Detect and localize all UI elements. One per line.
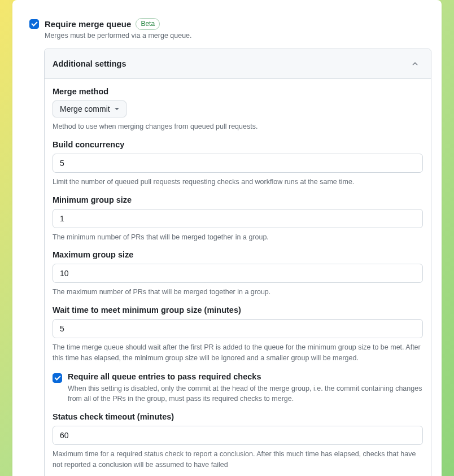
build-concurrency-field: Build concurrency Limit the number of qu…	[53, 140, 423, 187]
min-group-label: Minimum group size	[53, 195, 423, 204]
caret-down-icon	[115, 108, 119, 110]
require-checks-label: Require all queue entries to pass requir…	[68, 372, 261, 381]
status-timeout-label: Status check timeout (minutes)	[53, 412, 423, 421]
merge-method-field: Merge method Merge commit Method to use …	[53, 87, 423, 132]
require-checks-row: Require all queue entries to pass requir…	[53, 372, 423, 405]
merge-method-value: Merge commit	[60, 104, 110, 113]
merge-method-label: Merge method	[53, 87, 423, 96]
max-group-field: Maximum group size The maximum number of…	[53, 250, 423, 298]
build-concurrency-input[interactable]	[53, 154, 423, 173]
min-group-help: The minimum number of PRs that will be m…	[53, 232, 423, 243]
wait-time-field: Wait time to meet minimum group size (mi…	[53, 305, 423, 364]
require-merge-queue-row: Require merge queue Beta Merges must be …	[12, 0, 442, 45]
wait-time-input[interactable]	[53, 319, 423, 338]
build-concurrency-label: Build concurrency	[53, 140, 423, 149]
settings-card: Require merge queue Beta Merges must be …	[12, 0, 442, 476]
status-timeout-help: Maximum time for a required status check…	[53, 449, 423, 470]
require-checks-checkbox[interactable]	[53, 373, 62, 383]
build-concurrency-help: Limit the number of queued pull requests…	[53, 177, 423, 187]
chevron-up-icon	[411, 60, 419, 68]
require-merge-queue-checkbox[interactable]	[29, 19, 39, 29]
wait-time-help: The time merge queue should wait after t…	[53, 342, 423, 364]
status-timeout-input[interactable]	[53, 426, 423, 445]
additional-settings-title: Additional settings	[53, 59, 126, 68]
require-merge-queue-description: Merges must be performed via a merge que…	[45, 32, 192, 40]
max-group-input[interactable]	[53, 264, 423, 283]
require-checks-help: When this setting is disabled, only the …	[68, 383, 423, 405]
beta-badge: Beta	[136, 18, 160, 30]
status-timeout-field: Status check timeout (minutes) Maximum t…	[53, 412, 423, 470]
min-group-input[interactable]	[53, 209, 423, 228]
additional-settings-body: Merge method Merge commit Method to use …	[45, 79, 431, 476]
collapse-button[interactable]	[407, 56, 423, 72]
max-group-label: Maximum group size	[53, 250, 423, 259]
max-group-help: The maximum number of PRs that will be m…	[53, 287, 423, 298]
wait-time-label: Wait time to meet minimum group size (mi…	[53, 305, 423, 315]
merge-method-select[interactable]: Merge commit	[53, 101, 126, 117]
merge-method-help: Method to use when merging changes from …	[53, 121, 423, 132]
min-group-field: Minimum group size The minimum number of…	[53, 195, 423, 243]
require-merge-queue-label: Require merge queue	[45, 19, 131, 29]
additional-settings-header[interactable]: Additional settings	[45, 49, 431, 79]
additional-settings-panel: Additional settings Merge method Merge c…	[44, 49, 431, 476]
